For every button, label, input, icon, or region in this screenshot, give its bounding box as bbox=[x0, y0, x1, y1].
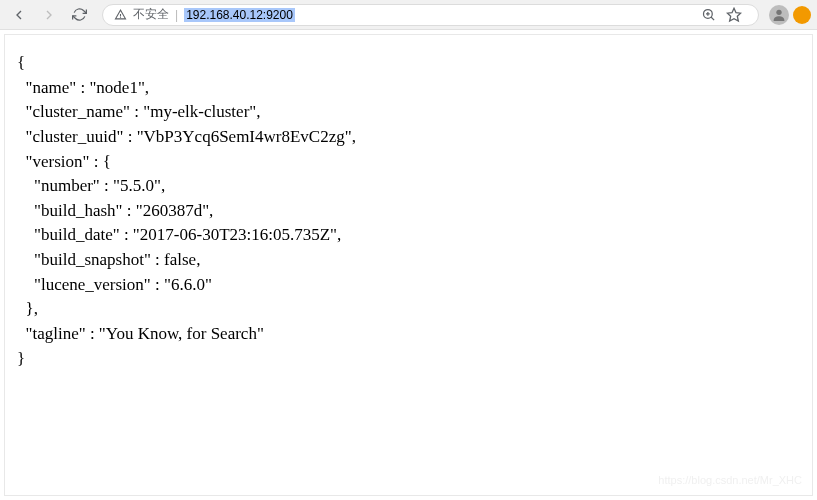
json-version-number: 5.5.0 bbox=[120, 176, 154, 195]
json-lucene-version: 6.6.0 bbox=[171, 275, 205, 294]
json-build-date: 2017-06-30T23:16:05.735Z bbox=[140, 225, 330, 244]
not-secure-label: 不安全 bbox=[133, 6, 169, 23]
svg-point-2 bbox=[776, 9, 781, 14]
svg-marker-1 bbox=[727, 8, 740, 21]
notification-badge[interactable] bbox=[793, 6, 811, 24]
url-text: 192.168.40.12:9200 bbox=[184, 8, 295, 22]
address-bar[interactable]: 不安全 | 192.168.40.12:9200 bbox=[102, 4, 759, 26]
not-secure-icon bbox=[113, 8, 127, 22]
response-body: { "name" : "node1", "cluster_name" : "my… bbox=[4, 34, 813, 496]
divider: | bbox=[175, 8, 178, 22]
browser-toolbar: 不安全 | 192.168.40.12:9200 bbox=[0, 0, 817, 30]
watermark: https://blog.csdn.net/Mr_XHC bbox=[658, 473, 802, 489]
json-cluster-name: my-elk-cluster bbox=[150, 102, 249, 121]
json-name: node1 bbox=[96, 78, 138, 97]
json-cluster-uuid: VbP3Ycq6SemI4wr8EvC2zg bbox=[144, 127, 345, 146]
reload-button[interactable] bbox=[66, 2, 92, 28]
zoom-icon[interactable] bbox=[698, 5, 718, 25]
json-build-snapshot: false bbox=[164, 250, 196, 269]
forward-button[interactable] bbox=[36, 2, 62, 28]
profile-avatar[interactable] bbox=[769, 5, 789, 25]
json-tagline: You Know, for Search bbox=[106, 324, 257, 343]
back-button[interactable] bbox=[6, 2, 32, 28]
json-build-hash: 260387d bbox=[143, 201, 203, 220]
bookmark-star-icon[interactable] bbox=[724, 5, 744, 25]
